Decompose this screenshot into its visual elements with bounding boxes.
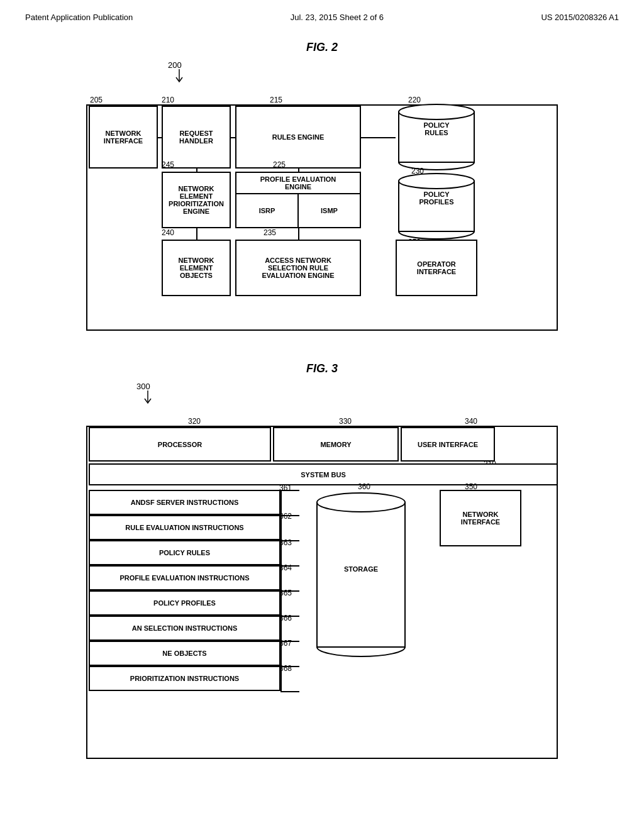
block-330: MEMORY <box>273 427 399 462</box>
block-245: NETWORK ELEMENT PRIORITIZATION ENGINE <box>162 172 231 228</box>
block-235: ACCESS NETWORK SELECTION RULE EVALUATION… <box>235 240 361 296</box>
block-350: NETWORK INTERFACE <box>440 490 521 546</box>
cylinder-220: POLICY RULES <box>396 102 477 172</box>
block-363: POLICY RULES <box>89 540 280 565</box>
tick-368 <box>280 666 299 667</box>
tick-366 <box>280 616 299 617</box>
cylinder-230: POLICY PROFILES <box>396 172 477 244</box>
block-362: RULE EVALUATION INSTRUCTIONS <box>89 515 280 540</box>
svg-point-2 <box>399 104 474 119</box>
page-header: Patent Application Publication Jul. 23, … <box>25 13 619 22</box>
fig2-wrapper: FIG. 2 200 205 NETWORK INTERFACE 210 REQ… <box>86 41 558 331</box>
block-215: RULES ENGINE <box>235 106 361 169</box>
block-ismp: ISMP <box>299 194 360 227</box>
line-215-220 <box>361 137 396 138</box>
fig3-main-box: 320 PROCESSOR 330 MEMORY 340 USER INTERF… <box>86 426 558 759</box>
block-225: PROFILE EVALUATION ENGINE ISRP ISMP <box>235 172 361 228</box>
cylinder-360: STORAGE <box>314 490 408 660</box>
fig3-label: FIG. 3 <box>86 362 558 375</box>
ref-215: 215 <box>270 96 282 104</box>
vline-210-245 <box>196 169 197 172</box>
fig2-ref-main: 200 <box>168 60 182 70</box>
block-365: POLICY PROFILES <box>89 590 280 616</box>
block-240: NETWORK ELEMENT OBJECTS <box>162 240 231 296</box>
tick-362 <box>280 515 299 516</box>
header-left: Patent Application Publication <box>25 13 133 22</box>
line-205-210 <box>158 137 162 138</box>
fig3-ref-main: 300 <box>136 382 150 391</box>
tick-367 <box>280 641 299 642</box>
header-center: Jul. 23, 2015 Sheet 2 of 6 <box>291 13 384 22</box>
ref-210: 210 <box>162 96 174 104</box>
block-210: REQUEST HANDLER <box>162 106 231 169</box>
ref-340: 340 <box>465 417 477 426</box>
ref-240: 240 <box>162 228 174 237</box>
block-368: PRIORITIZATION INSTRUCTIONS <box>89 666 280 691</box>
vline-225-235 <box>298 228 299 240</box>
block-366: AN SELECTION INSTRUCTIONS <box>89 616 280 641</box>
fig3-wrapper: FIG. 3 300 320 PROCESSOR 330 MEMORY 340 … <box>86 362 558 759</box>
svg-rect-6 <box>317 502 405 647</box>
block-isrp: ISRP <box>236 194 299 227</box>
block-364: PROFILE EVALUATION INSTRUCTIONS <box>89 565 280 590</box>
ref-225: 225 <box>273 160 286 169</box>
block-367: NE OBJECTS <box>89 641 280 666</box>
block-361: ANDSF SERVER INSTRUCTIONS <box>89 490 280 515</box>
fig2-label: FIG. 2 <box>86 41 558 54</box>
ref-205: 205 <box>90 96 103 104</box>
tick-end <box>280 691 299 692</box>
block-320: PROCESSOR <box>89 427 271 462</box>
tick-363 <box>280 540 299 541</box>
svg-point-7 <box>317 493 405 512</box>
ref-320: 320 <box>188 417 201 426</box>
line-210-215 <box>231 137 235 138</box>
fig2-main-box: 205 NETWORK INTERFACE 210 REQUEST HANDLE… <box>86 104 558 331</box>
ref-235: 235 <box>264 228 276 237</box>
block-250: OPERATOR INTERFACE <box>396 240 477 296</box>
vline-215-225 <box>298 169 299 172</box>
tick-365 <box>280 590 299 592</box>
svg-point-4 <box>399 174 474 189</box>
vline-245-240 <box>196 228 197 240</box>
tick-364 <box>280 565 299 567</box>
block-340: USER INTERFACE <box>401 427 495 462</box>
header-right: US 2015/0208326 A1 <box>541 13 619 22</box>
block-310: SYSTEM BUS <box>89 463 558 485</box>
ref-330: 330 <box>339 417 352 426</box>
ref-245: 245 <box>162 160 174 169</box>
block-205: NETWORK INTERFACE <box>89 106 158 169</box>
tick-361 <box>280 490 299 491</box>
